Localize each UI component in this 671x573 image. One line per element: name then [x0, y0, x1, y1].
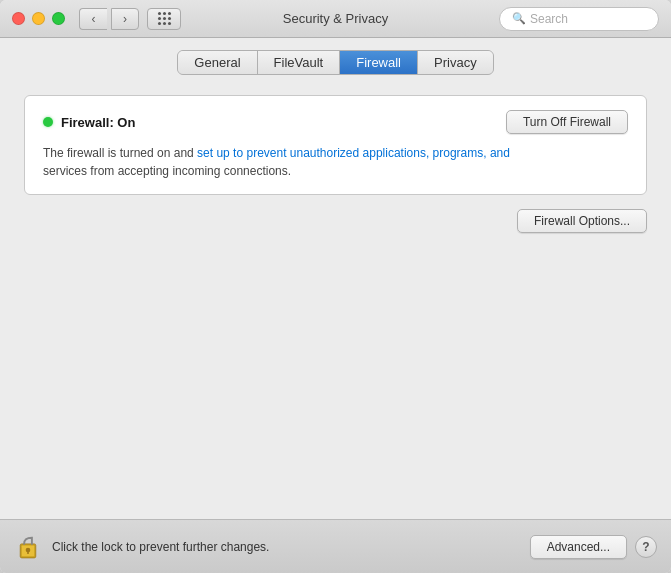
tabs-container: General FileVault Firewall Privacy [0, 38, 671, 75]
turn-off-firewall-button[interactable]: Turn Off Firewall [506, 110, 628, 134]
advanced-button[interactable]: Advanced... [530, 535, 627, 559]
firewall-status: Firewall: On [43, 115, 135, 130]
firewall-header: Firewall: On Turn Off Firewall [43, 110, 628, 134]
content-area: Firewall: On Turn Off Firewall The firew… [0, 75, 671, 519]
titlebar: ‹ › Security & Privacy 🔍 Search [0, 0, 671, 38]
firewall-options-button[interactable]: Firewall Options... [517, 209, 647, 233]
back-icon: ‹ [92, 12, 96, 26]
back-button[interactable]: ‹ [79, 8, 107, 30]
maximize-button[interactable] [52, 12, 65, 25]
firewall-options-row: Firewall Options... [24, 209, 647, 233]
tab-firewall[interactable]: Firewall [340, 51, 418, 74]
close-button[interactable] [12, 12, 25, 25]
tab-filevault[interactable]: FileVault [258, 51, 341, 74]
lock-text: Click the lock to prevent further change… [52, 540, 530, 554]
svg-rect-3 [27, 550, 29, 553]
nav-buttons: ‹ › [79, 8, 139, 30]
tab-general[interactable]: General [178, 51, 257, 74]
search-bar[interactable]: 🔍 Search [499, 7, 659, 31]
minimize-button[interactable] [32, 12, 45, 25]
traffic-lights [12, 12, 65, 25]
status-indicator [43, 117, 53, 127]
firewall-description-link: set up to prevent unauthorized applicati… [197, 146, 510, 160]
firewall-section: Firewall: On Turn Off Firewall The firew… [24, 95, 647, 195]
grid-icon [158, 12, 171, 25]
grid-view-button[interactable] [147, 8, 181, 30]
forward-icon: › [123, 12, 127, 26]
forward-button[interactable]: › [111, 8, 139, 30]
search-icon: 🔍 [512, 12, 526, 25]
search-placeholder: Search [530, 12, 568, 26]
main-window: ‹ › Security & Privacy 🔍 Search General … [0, 0, 671, 573]
firewall-status-label: Firewall: On [61, 115, 135, 130]
help-button[interactable]: ? [635, 536, 657, 558]
tab-privacy[interactable]: Privacy [418, 51, 493, 74]
help-icon: ? [642, 540, 649, 554]
window-title: Security & Privacy [283, 11, 388, 26]
lock-icon[interactable] [14, 533, 42, 561]
firewall-description: The firewall is turned on and set up to … [43, 144, 628, 180]
bottom-right: Advanced... ? [530, 535, 657, 559]
bottom-bar: Click the lock to prevent further change… [0, 519, 671, 573]
tabs: General FileVault Firewall Privacy [177, 50, 493, 75]
